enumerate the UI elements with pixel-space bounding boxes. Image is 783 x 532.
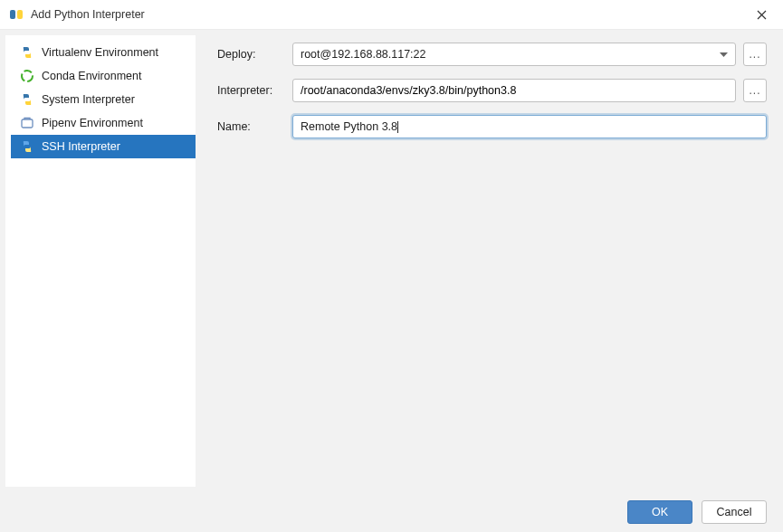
name-input[interactable]: Remote Python 3.8 [292,115,767,138]
footer: OK Cancel [0,492,783,532]
titlebar: Add Python Interpreter [0,0,783,29]
svg-point-2 [22,71,33,81]
interpreter-input[interactable] [292,79,736,102]
deploy-label: Deploy: [217,48,285,61]
svg-rect-0 [10,10,15,19]
name-row: Name: Remote Python 3.8 [217,115,767,138]
svg-rect-3 [22,119,33,128]
ssh-python-icon [20,139,34,154]
interpreter-browse-button[interactable]: ... [743,79,767,102]
sidebar-item-virtualenv[interactable]: Virtualenv Environment [11,41,196,64]
content-panel: Deploy: root@192.168.88.117:22 ... Inter… [196,30,783,492]
sidebar-item-label: Conda Environment [42,70,141,82]
sidebar-item-ssh[interactable]: SSH Interpreter [11,135,196,158]
interpreter-row: Interpreter: ... [217,79,767,102]
chevron-down-icon [720,48,728,61]
sidebar-item-conda[interactable]: Conda Environment [11,64,196,88]
ok-button[interactable]: OK [627,500,692,524]
main-area: Virtualenv Environment Conda Environment [0,29,783,492]
cancel-button[interactable]: Cancel [702,500,767,524]
python-icon [20,92,34,107]
conda-icon [20,69,34,83]
name-label: Name: [217,120,285,133]
sidebar-item-pipenv[interactable]: Pipenv Environment [11,111,196,135]
python-v-icon [20,45,34,60]
sidebar-item-label: SSH Interpreter [42,140,120,153]
interpreter-label: Interpreter: [217,84,285,97]
close-button[interactable] [749,2,774,27]
sidebar-item-label: Pipenv Environment [42,117,143,129]
svg-rect-1 [17,10,23,19]
deploy-dropdown[interactable]: root@192.168.88.117:22 [292,43,736,66]
window-title: Add Python Interpreter [31,8,749,21]
app-icon [9,7,24,22]
sidebar-item-system[interactable]: System Interpreter [11,88,196,111]
sidebar-item-label: System Interpreter [42,93,135,106]
name-value: Remote Python 3.8 [301,120,397,133]
sidebar-item-label: Virtualenv Environment [42,46,158,59]
deploy-row: Deploy: root@192.168.88.117:22 ... [217,43,767,66]
deploy-browse-button[interactable]: ... [743,43,767,66]
deploy-value: root@192.168.88.117:22 [301,48,426,61]
pipenv-icon [20,116,34,130]
sidebar: Virtualenv Environment Conda Environment [5,35,196,487]
